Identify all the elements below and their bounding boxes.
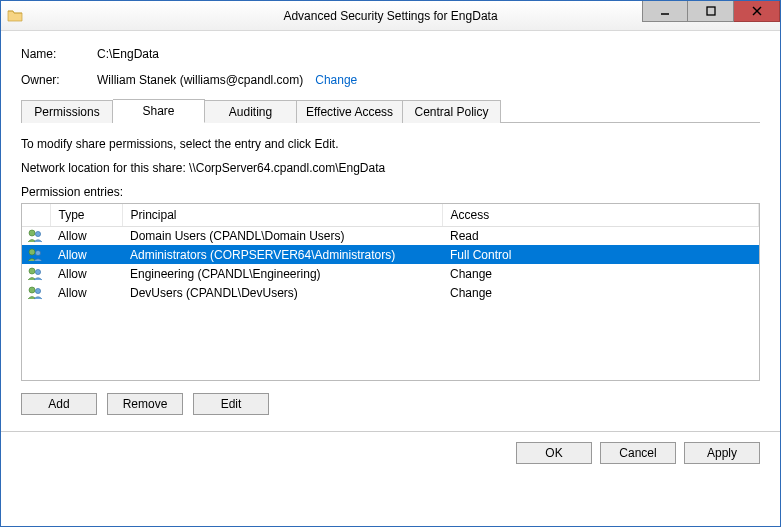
svg-point-10: [29, 287, 35, 293]
name-row: Name: C:\EngData: [21, 47, 760, 61]
name-label: Name:: [21, 47, 97, 61]
cell-principal: Engineering (CPANDL\Engineering): [122, 264, 442, 283]
tab-strip: Permissions Share Auditing Effective Acc…: [21, 99, 760, 122]
svg-point-6: [29, 249, 35, 255]
owner-label: Owner:: [21, 73, 97, 87]
ok-button[interactable]: OK: [516, 442, 592, 464]
cell-principal: DevUsers (CPANDL\DevUsers): [122, 283, 442, 302]
svg-point-5: [35, 231, 40, 236]
cell-access: Read: [442, 226, 759, 245]
group-icon: [22, 283, 50, 302]
apply-button[interactable]: Apply: [684, 442, 760, 464]
change-owner-link[interactable]: Change: [315, 73, 357, 87]
cell-type: Allow: [50, 264, 122, 283]
cell-principal: Administrators (CORPSERVER64\Administrat…: [122, 245, 442, 264]
window-controls: [642, 1, 780, 30]
cell-type: Allow: [50, 226, 122, 245]
group-icon: [22, 245, 50, 264]
folder-icon: [7, 8, 23, 24]
table-row[interactable]: AllowDevUsers (CPANDL\DevUsers)Change: [22, 283, 759, 302]
table-row[interactable]: AllowAdministrators (CORPSERVER64\Admini…: [22, 245, 759, 264]
instruction-text: To modify share permissions, select the …: [21, 137, 760, 151]
col-icon[interactable]: [22, 204, 50, 226]
dialog-footer: OK Cancel Apply: [1, 431, 780, 474]
owner-row: Owner: William Stanek (williams@cpandl.c…: [21, 73, 760, 87]
col-access[interactable]: Access: [442, 204, 759, 226]
entries-label: Permission entries:: [21, 185, 760, 199]
group-icon: [22, 226, 50, 245]
maximize-button[interactable]: [688, 0, 734, 22]
svg-point-9: [35, 269, 40, 274]
svg-point-7: [35, 250, 40, 255]
minimize-button[interactable]: [642, 0, 688, 22]
name-value: C:\EngData: [97, 47, 159, 61]
tab-auditing[interactable]: Auditing: [205, 100, 297, 123]
owner-value: William Stanek (williams@cpandl.com): [97, 73, 303, 87]
close-button[interactable]: [734, 0, 780, 22]
col-principal[interactable]: Principal: [122, 204, 442, 226]
window-titlebar: Advanced Security Settings for EngData: [1, 1, 780, 31]
svg-rect-1: [707, 7, 715, 15]
entry-buttons: Add Remove Edit: [21, 393, 760, 415]
permission-entries-table[interactable]: Type Principal Access AllowDomain Users …: [21, 203, 760, 381]
table-row[interactable]: AllowDomain Users (CPANDL\Domain Users)R…: [22, 226, 759, 245]
cell-access: Change: [442, 264, 759, 283]
group-icon: [22, 264, 50, 283]
cell-type: Allow: [50, 245, 122, 264]
cell-type: Allow: [50, 283, 122, 302]
tab-effective-access[interactable]: Effective Access: [297, 100, 403, 123]
table-header-row: Type Principal Access: [22, 204, 759, 226]
add-button[interactable]: Add: [21, 393, 97, 415]
tab-share[interactable]: Share: [113, 99, 205, 123]
cancel-button[interactable]: Cancel: [600, 442, 676, 464]
dialog-content: Name: C:\EngData Owner: William Stanek (…: [1, 31, 780, 415]
svg-point-11: [35, 288, 40, 293]
svg-point-4: [29, 230, 35, 236]
edit-button[interactable]: Edit: [193, 393, 269, 415]
network-location-text: Network location for this share: \\CorpS…: [21, 161, 760, 175]
cell-principal: Domain Users (CPANDL\Domain Users): [122, 226, 442, 245]
tab-permissions[interactable]: Permissions: [21, 100, 113, 123]
remove-button[interactable]: Remove: [107, 393, 183, 415]
col-type[interactable]: Type: [50, 204, 122, 226]
tab-central-policy[interactable]: Central Policy: [403, 100, 501, 123]
svg-point-8: [29, 268, 35, 274]
cell-access: Change: [442, 283, 759, 302]
table-row[interactable]: AllowEngineering (CPANDL\Engineering)Cha…: [22, 264, 759, 283]
cell-access: Full Control: [442, 245, 759, 264]
